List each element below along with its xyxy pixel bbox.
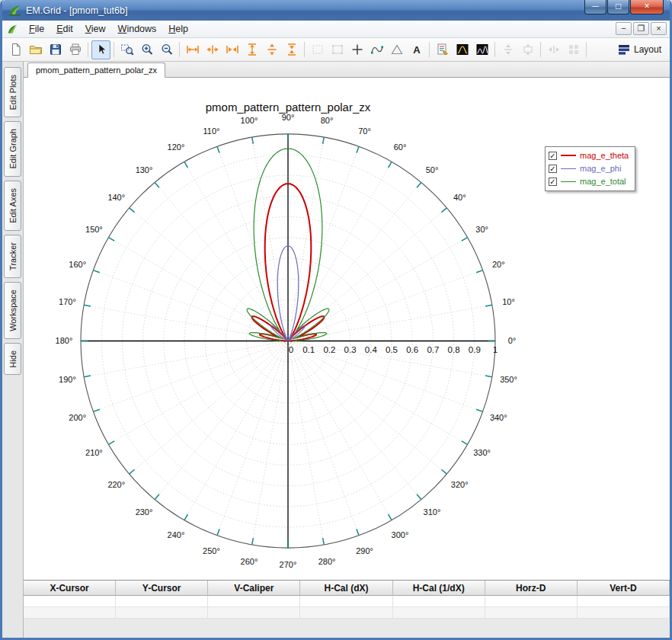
save-button[interactable]: [46, 40, 65, 59]
zoom-out-button[interactable]: [157, 40, 176, 59]
plot-style-2-icon: [475, 43, 489, 56]
region-select-2-button[interactable]: [328, 40, 347, 59]
legend-entry-mag_e_total: ✓mag_e_total: [549, 175, 629, 188]
grid-toggle-button[interactable]: [564, 40, 583, 59]
angle-tick: [84, 376, 91, 377]
legend-entry-mag_e_theta: ✓mag_e_theta: [549, 149, 629, 162]
zoom-in-button[interactable]: [137, 40, 156, 59]
cursor-table-cell: [208, 607, 300, 619]
fit-width-icon: [186, 43, 200, 56]
curve-tool-icon: [370, 43, 384, 56]
save-icon: [49, 43, 62, 56]
new-file-button[interactable]: [6, 40, 25, 59]
expand-height-button[interactable]: [262, 40, 281, 59]
angle-tick-label: 120°: [168, 142, 185, 152]
print-button[interactable]: [66, 40, 85, 59]
sidebar-tab-edit-plots[interactable]: Edit Plots: [4, 67, 21, 117]
angle-tick: [155, 182, 159, 187]
toolbar-separator: [88, 42, 88, 57]
scale-box-button[interactable]: [518, 40, 537, 59]
crosshair-button[interactable]: [347, 40, 366, 59]
angle-tick-label: 240°: [168, 530, 185, 539]
legend-checkbox-mag_e_total[interactable]: ✓: [549, 178, 557, 186]
fit-height-button[interactable]: [242, 40, 261, 59]
cursor-table-cell: [24, 607, 116, 619]
select-cursor-button[interactable]: [91, 40, 110, 59]
sidebar-tab-label: Edit Graph: [8, 129, 18, 169]
angle-tick: [357, 146, 359, 152]
polar-grid-spoke: [288, 341, 421, 499]
menu-file[interactable]: File: [23, 22, 50, 36]
tab-pmom-pattern-polar-zx[interactable]: pmom_pattern_pattern_polar_zx: [27, 62, 165, 78]
mdi-close-button[interactable]: ×: [651, 22, 667, 35]
open-folder-button[interactable]: [26, 40, 45, 59]
radial-tick-label: 0.1: [302, 345, 315, 354]
curve-tool-button[interactable]: [367, 40, 386, 59]
polar-grid-spoke: [288, 162, 392, 341]
shrink-width-button[interactable]: [222, 40, 242, 59]
menu-edit[interactable]: Edit: [50, 22, 79, 36]
angle-tick: [184, 162, 188, 168]
angle-tick-label: 230°: [136, 507, 153, 517]
title-bar[interactable]: EM.Grid - [pmom_tut6b] ─ □ ×: [2, 0, 670, 21]
scale-horizontal-button[interactable]: [544, 40, 563, 59]
sidebar-tab-hide[interactable]: Hide: [4, 343, 21, 376]
polar-grid-spoke: [288, 341, 468, 444]
cursor-table-cell: [24, 596, 116, 607]
minimize-button[interactable]: ─: [584, 0, 606, 14]
sidebar-tab-tracker[interactable]: Tracker: [4, 235, 21, 278]
expand-height-icon: [265, 43, 279, 56]
angle-tick-label: 190°: [59, 375, 76, 384]
sidebar-tab-label: Hide: [8, 350, 18, 368]
shrink-height-button[interactable]: [282, 40, 301, 59]
angle-tick: [441, 469, 446, 474]
angle-tick: [184, 514, 188, 520]
region-select-icon: [311, 43, 325, 56]
fit-width-button[interactable]: [183, 40, 202, 59]
angle-tick-label: 140°: [107, 193, 125, 202]
zoom-out-icon: [160, 43, 174, 56]
angle-tick: [485, 376, 492, 377]
scale-vertical-button[interactable]: [498, 40, 517, 59]
angle-tick-label: 280°: [318, 557, 336, 566]
cursor-table-row: [24, 596, 670, 607]
grid-toggle-icon: [567, 43, 581, 56]
window-title: EM.Grid - [pmom_tut6b]: [26, 5, 127, 16]
angle-tick-label: 260°: [241, 557, 258, 566]
angle-tick: [462, 441, 468, 444]
polar-grid-spoke: [288, 341, 392, 520]
angle-tick: [476, 270, 482, 273]
plot-style-2-button[interactable]: [472, 40, 491, 59]
plot-style-1-button[interactable]: [453, 40, 472, 59]
polygon-tool-button[interactable]: [387, 40, 406, 59]
angle-tick: [93, 409, 99, 411]
sidebar-tab-workspace[interactable]: Workspace: [4, 282, 21, 339]
maximize-button[interactable]: □: [607, 0, 629, 14]
mdi-minimize-button[interactable]: −: [616, 22, 632, 35]
sidebar-tab-label: Workspace: [8, 290, 18, 331]
angle-tick: [84, 305, 91, 306]
legend-checkbox-mag_e_phi[interactable]: ✓: [549, 165, 557, 173]
page-style-button[interactable]: [433, 40, 452, 59]
zoom-region-button[interactable]: [117, 40, 136, 59]
region-select-button[interactable]: [308, 40, 327, 59]
mdi-restore-button[interactable]: ❐: [633, 22, 649, 35]
close-button[interactable]: ×: [630, 0, 664, 14]
legend-checkbox-mag_e_theta[interactable]: ✓: [549, 152, 557, 160]
polar-plot-area[interactable]: pmom_pattern_pattern_polar_zx 0°10°20°30…: [24, 78, 670, 580]
angle-tick-label: 150°: [85, 225, 103, 234]
menu-help[interactable]: Help: [162, 22, 194, 36]
svg-text:A: A: [413, 44, 421, 56]
layout-button[interactable]: Layout: [613, 40, 666, 59]
sidebar-tab-edit-graph[interactable]: Edit Graph: [4, 121, 21, 177]
text-tool-button[interactable]: A: [407, 40, 426, 59]
angle-tick-label: 130°: [136, 165, 153, 174]
polar-grid-spoke: [288, 341, 324, 544]
cursor-table-cell: [578, 596, 670, 607]
cursor-column-y-cursor: Y-Cursor: [116, 581, 208, 596]
expand-width-button[interactable]: [203, 40, 222, 59]
angle-tick: [93, 270, 99, 273]
menu-windows[interactable]: Windows: [112, 22, 163, 36]
menu-view[interactable]: View: [79, 22, 112, 36]
sidebar-tab-edit-axes[interactable]: Edit Axes: [4, 181, 21, 231]
